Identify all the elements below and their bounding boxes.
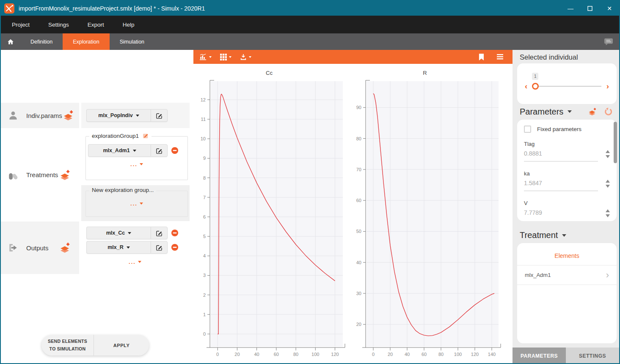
tab-bar: Definition Exploration Simulation [1,33,619,50]
add-parameters-element-icon[interactable] [587,107,597,117]
menu-export[interactable]: Export [88,22,104,28]
tab-parameters[interactable]: PARAMETERS [513,348,566,364]
output-selector-r[interactable]: mlx_R [86,241,151,254]
new-group-more-dropdown[interactable]: ... [86,200,187,207]
remove-output-r-icon[interactable] [171,244,179,251]
tab-simulation[interactable]: Simulation [110,33,154,50]
arrow-down-icon[interactable] [606,185,610,188]
add-output-icon[interactable] [59,242,71,254]
outputs-more-dropdown[interactable]: ... [86,259,184,265]
edit-indiv-param-button[interactable] [151,109,168,122]
svg-text:50: 50 [356,229,361,234]
send-line1: SEND ELEMENTS [48,338,87,345]
window-controls: — ✕ [561,1,619,16]
home-tab[interactable] [1,33,20,50]
home-icon [7,38,14,46]
svg-text:20: 20 [388,352,393,357]
bookmark-icon[interactable] [479,54,484,60]
param-tlag-stepper[interactable] [606,150,610,158]
param-v-stepper[interactable] [606,209,610,217]
pencil-icon [156,230,163,237]
chevron-right-icon: › [606,271,609,280]
svg-text:120: 120 [331,352,339,357]
svg-text:10: 10 [201,136,206,141]
apply-button[interactable]: APPLY [94,335,149,356]
menu-help[interactable]: Help [123,22,135,28]
new-group-band: New exploration group... ... [81,185,190,221]
exploration-group-name: explorationGroup1 [92,133,139,139]
export-dropdown[interactable] [240,54,251,60]
param-v-input[interactable]: 7.7789 [524,209,598,221]
edit-output-cc-button[interactable] [151,227,168,239]
section-treatments: Treatments [1,129,79,220]
chevron-right-icon[interactable]: › [606,82,609,90]
selected-individual-title: Selected individual [520,53,578,61]
param-ka-stepper[interactable] [606,180,610,188]
close-button[interactable]: ✕ [600,1,619,16]
treatments-content: explorationGroup1 mlx_Adm1 [81,129,190,185]
output-selector-cc[interactable]: mlx_Cc [86,227,151,239]
chart-r-plot[interactable]: 2030405060708090020406080100120140 [347,79,503,358]
exploration-group-box: explorationGroup1 mlx_Adm1 [85,136,188,180]
reset-icon[interactable] [603,107,613,117]
feedback-button[interactable] [598,33,619,50]
menu-lines-icon[interactable] [497,54,503,60]
slider-handle[interactable]: 1 [532,83,539,90]
send-elements-button[interactable]: SEND ELEMENTS TO SIMULATION [41,335,94,356]
chart-r-title: R [347,70,503,79]
treatment-card: Elements mlx_Adm1 › [517,243,617,343]
svg-text:20: 20 [234,352,240,357]
tab-definition[interactable]: Definition [20,33,63,50]
treatment-element-row[interactable]: mlx_Adm1 › [517,265,617,285]
param-ka-input[interactable]: 1.5847 [524,180,598,191]
simulx-window: importFromMonolix_resimulateProject.smlx… [0,0,620,364]
svg-text:4: 4 [203,253,206,258]
plots-panel: Cc 0123456789101112020406080100120 R 203… [190,50,513,364]
parameters-title[interactable]: Parameters [520,107,563,117]
panel-scrollbar[interactable] [614,122,617,163]
edit-output-r-button[interactable] [151,241,168,254]
svg-text:5: 5 [203,234,206,239]
minimize-button[interactable]: — [561,1,580,16]
treatment-more-dropdown[interactable]: ... [86,161,187,167]
arrow-up-icon[interactable] [606,209,610,212]
fixed-parameters-checkbox[interactable] [524,126,531,133]
treatment-element-name: mlx_Adm1 [525,272,551,278]
chevron-down-icon [133,150,136,152]
rename-group-pencil-icon[interactable] [142,132,149,139]
maximize-button[interactable] [580,1,600,16]
svg-text:40: 40 [405,352,410,357]
svg-text:90: 90 [356,105,361,110]
arrow-down-icon[interactable] [606,214,610,217]
chart-type-dropdown[interactable] [199,54,212,60]
menu-project[interactable]: Project [12,22,30,28]
chevron-left-icon[interactable]: ‹ [525,82,527,90]
layout-grid-dropdown[interactable] [220,54,231,60]
grid-icon [220,54,227,60]
tab-settings[interactable]: SETTINGS [566,348,619,364]
edit-treatment-button[interactable] [151,144,168,157]
remove-output-cc-icon[interactable] [171,229,179,237]
add-treatment-icon[interactable] [59,169,71,181]
arrow-up-icon[interactable] [606,150,610,153]
indiv-param-selector-label: mlx_PopIndiv [98,112,132,118]
treatment-header: Treatment [520,230,613,240]
treatment-title[interactable]: Treatment [520,230,558,240]
arrow-down-icon[interactable] [606,155,610,158]
menu-settings[interactable]: Settings [48,22,69,28]
indiv-param-selector[interactable]: mlx_PopIndiv [86,109,151,122]
section-indiv-params: Indiv.params [1,103,79,128]
tab-exploration[interactable]: Exploration [63,33,110,50]
chevron-down-icon [568,110,572,113]
remove-treatment-icon[interactable] [171,147,179,154]
individual-slider: ‹ 1 › [525,82,609,90]
outputs-content: mlx_Cc [81,222,190,277]
chart-cc-plot[interactable]: 0123456789101112020406080100120 [191,79,347,358]
svg-text:140: 140 [488,352,496,357]
param-tlag-input[interactable]: 0.8881 [524,150,598,161]
new-exploration-group-box[interactable]: New exploration group... ... [85,191,188,217]
arrow-up-icon[interactable] [606,180,610,183]
add-indiv-param-icon[interactable] [62,109,74,121]
slider-track[interactable]: 1 [532,86,601,87]
treatment-selector[interactable]: mlx_Adm1 [88,144,151,157]
